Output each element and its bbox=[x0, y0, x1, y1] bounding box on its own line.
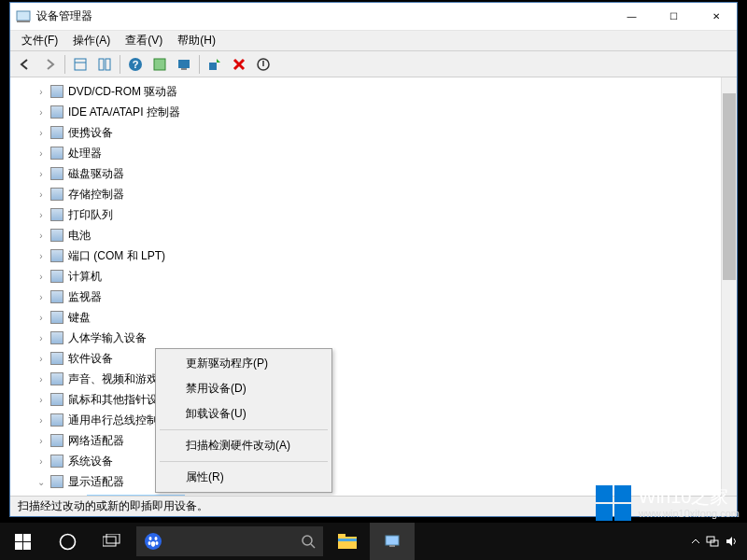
system-tray[interactable] bbox=[691, 535, 747, 548]
svg-line-28 bbox=[311, 544, 315, 548]
scan-hardware-icon[interactable] bbox=[173, 53, 195, 76]
menu-disable-device[interactable]: 禁用设备(D) bbox=[158, 376, 330, 401]
chevron-right-icon[interactable]: › bbox=[35, 436, 48, 446]
device-tree[interactable]: ›DVD/CD-ROM 驱动器›IDE ATA/ATAPI 控制器›便携设备›处… bbox=[10, 77, 737, 496]
chevron-right-icon[interactable]: › bbox=[35, 189, 48, 200]
device-category-icon bbox=[49, 125, 64, 140]
svg-rect-9 bbox=[178, 60, 190, 68]
tree-item[interactable]: ›网络适配器 bbox=[16, 430, 731, 451]
tree-item[interactable]: ›声音、视频和游戏控制器 bbox=[16, 369, 731, 389]
menu-update-driver[interactable]: 更新驱动程序(P) bbox=[158, 351, 330, 376]
update-driver-icon[interactable] bbox=[204, 53, 226, 76]
cortana-button[interactable] bbox=[45, 523, 90, 560]
tree-item[interactable]: ›键盘 bbox=[16, 307, 731, 328]
chevron-right-icon[interactable]: › bbox=[35, 415, 48, 426]
chevron-right-icon[interactable]: › bbox=[35, 148, 48, 159]
chevron-right-icon[interactable]: › bbox=[35, 374, 48, 385]
tree-item-label: 计算机 bbox=[68, 269, 102, 285]
tree-item[interactable]: ›端口 (COM 和 LPT) bbox=[16, 245, 731, 266]
chevron-right-icon[interactable]: › bbox=[35, 333, 48, 343]
search-input[interactable] bbox=[136, 526, 323, 556]
close-button[interactable]: ✕ bbox=[695, 3, 737, 31]
toolbar-icon[interactable] bbox=[93, 53, 116, 76]
menu-properties[interactable]: 属性(R) bbox=[158, 465, 330, 490]
tree-item[interactable]: ›计算机 bbox=[16, 266, 731, 287]
tree-item[interactable]: ›电池 bbox=[16, 225, 731, 245]
start-button[interactable] bbox=[0, 523, 45, 560]
tree-item[interactable]: ›便携设备 bbox=[16, 122, 731, 143]
menu-file[interactable]: 文件(F) bbox=[14, 31, 65, 50]
tree-item[interactable]: ⌄显示适配器 bbox=[16, 471, 731, 492]
svg-rect-1 bbox=[17, 21, 30, 22]
menu-scan-hardware[interactable]: 扫描检测硬件改动(A) bbox=[158, 433, 330, 458]
device-category-icon bbox=[49, 207, 64, 222]
scrollbar-thumb[interactable] bbox=[723, 93, 736, 280]
tree-item-label: 系统设备 bbox=[68, 454, 113, 469]
svg-rect-2 bbox=[75, 59, 86, 70]
toolbar-icon[interactable] bbox=[148, 53, 171, 76]
tree-item-label: 磁盘驱动器 bbox=[68, 166, 124, 182]
tree-item[interactable]: ›磁盘驱动器 bbox=[16, 163, 731, 184]
chevron-right-icon[interactable]: › bbox=[35, 272, 48, 282]
chevron-right-icon[interactable]: › bbox=[35, 456, 48, 467]
chevron-right-icon[interactable]: › bbox=[35, 128, 48, 138]
chevron-right-icon[interactable]: › bbox=[35, 169, 48, 179]
svg-rect-31 bbox=[338, 539, 357, 541]
menu-uninstall-device[interactable]: 卸载设备(U) bbox=[158, 401, 330, 427]
tree-item[interactable]: ›存储控制器 bbox=[16, 184, 731, 204]
svg-point-24 bbox=[155, 537, 158, 540]
tray-chevron-icon[interactable] bbox=[691, 537, 700, 546]
chevron-down-icon[interactable]: ⌄ bbox=[35, 477, 48, 487]
chevron-right-icon[interactable]: › bbox=[35, 354, 48, 364]
app-icon bbox=[16, 9, 31, 24]
svg-rect-15 bbox=[15, 534, 22, 541]
chevron-right-icon[interactable]: › bbox=[35, 231, 48, 241]
tree-item-label: 显示适配器 bbox=[68, 474, 124, 490]
tray-volume-icon[interactable] bbox=[725, 535, 738, 548]
uninstall-icon[interactable] bbox=[228, 53, 250, 76]
taskbar-app-explorer[interactable] bbox=[325, 523, 370, 560]
disable-icon[interactable] bbox=[252, 53, 275, 76]
device-category-icon bbox=[49, 351, 64, 366]
chevron-right-icon[interactable]: › bbox=[35, 292, 48, 302]
tree-item[interactable]: ›鼠标和其他指针设备 bbox=[16, 389, 731, 410]
menu-help[interactable]: 帮助(H) bbox=[170, 31, 223, 50]
tree-item[interactable]: ›监视器 bbox=[16, 287, 731, 307]
toolbar-icon[interactable] bbox=[69, 53, 92, 76]
menu-action[interactable]: 操作(A) bbox=[65, 31, 118, 50]
tree-item[interactable]: ›软件设备 bbox=[16, 348, 731, 369]
svg-point-19 bbox=[60, 534, 75, 549]
chevron-right-icon[interactable]: › bbox=[35, 313, 48, 323]
maximize-button[interactable]: ☐ bbox=[653, 3, 695, 31]
minimize-button[interactable]: — bbox=[611, 3, 653, 31]
tree-item[interactable]: ›处理器 bbox=[16, 143, 731, 163]
chevron-right-icon[interactable]: › bbox=[35, 87, 48, 97]
svg-rect-18 bbox=[23, 542, 31, 550]
taskbar-app-device-manager[interactable] bbox=[370, 523, 415, 560]
chevron-right-icon[interactable]: › bbox=[35, 107, 48, 118]
svg-point-27 bbox=[303, 536, 312, 545]
task-view-button[interactable] bbox=[90, 523, 134, 560]
tree-item[interactable]: ›IDE ATA/ATAPI 控制器 bbox=[16, 102, 731, 122]
search-icon bbox=[301, 534, 316, 549]
chevron-right-icon[interactable]: › bbox=[35, 210, 48, 220]
device-category-icon bbox=[49, 330, 64, 345]
svg-rect-20 bbox=[103, 537, 116, 546]
menu-view[interactable]: 查看(V) bbox=[118, 31, 170, 50]
tray-network-icon[interactable] bbox=[706, 535, 719, 548]
device-manager-window: 设备管理器 — ☐ ✕ 文件(F) 操作(A) 查看(V) 帮助(H) ? ›D… bbox=[9, 2, 738, 517]
tree-item[interactable]: ›DVD/CD-ROM 驱动器 bbox=[16, 81, 731, 102]
back-button[interactable] bbox=[14, 53, 36, 76]
tree-item[interactable]: ›系统设备 bbox=[16, 451, 731, 471]
tree-item[interactable]: ›打印队列 bbox=[16, 204, 731, 225]
vertical-scrollbar[interactable] bbox=[721, 77, 737, 496]
device-category-icon bbox=[49, 187, 64, 202]
chevron-right-icon[interactable]: › bbox=[35, 251, 48, 261]
forward-button[interactable] bbox=[38, 53, 61, 76]
tree-item[interactable]: ›通用串行总线控制器 bbox=[16, 410, 731, 430]
chevron-right-icon[interactable]: › bbox=[35, 395, 48, 405]
help-icon[interactable]: ? bbox=[124, 53, 147, 76]
tree-item-child[interactable]: VMware SVGA 3D bbox=[16, 492, 731, 496]
tree-item[interactable]: ›人体学输入设备 bbox=[16, 328, 731, 348]
tree-item-label: VMware SVGA 3D bbox=[87, 495, 185, 496]
